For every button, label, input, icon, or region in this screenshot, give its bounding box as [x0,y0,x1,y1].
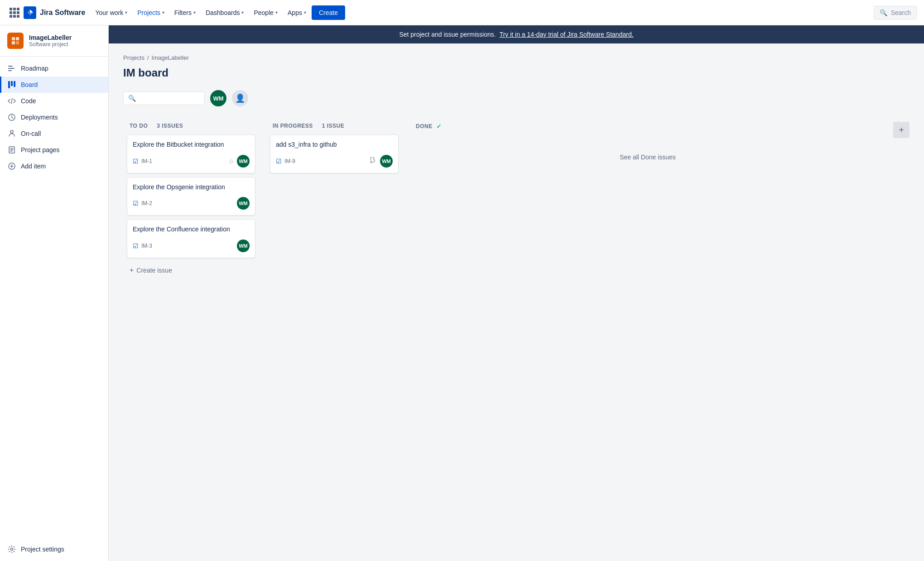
nav-people[interactable]: People ▾ [249,6,282,19]
banner-text: Set project and issue permissions. [399,31,496,38]
avatar-add-person[interactable]: 👤 [232,90,248,106]
card-im2-id: IM-2 [141,200,152,206]
svg-point-12 [11,548,13,551]
sidebar-project-header: ImageLabeller Software project [0,25,108,57]
sidebar-item-roadmap[interactable]: Roadmap [0,60,108,77]
logo-text: Jira Software [40,9,85,17]
todo-cards: Explore the Bitbucket integration ☑ IM-1… [123,134,259,262]
board-icon [7,80,16,89]
main-content: Set project and issue permissions. Try i… [109,25,924,561]
done-check-icon: ✓ [436,123,442,130]
page-title: IM board [123,67,910,79]
plus-icon: + [899,125,904,135]
sidebar-label-board: Board [21,81,38,88]
card-im9[interactable]: add s3_infra to github ☑ IM-9 [270,134,399,173]
card-im3-title: Explore the Confluence integration [133,225,250,234]
page-content: Projects / ImageLabeller IM board 🔍 WM 👤 [109,43,924,561]
inprogress-cards: add s3_infra to github ☑ IM-9 [266,134,402,177]
sidebar-label-settings: Project settings [21,546,64,553]
column-inprogress: IN PROGRESS 1 ISSUE add s3_infra to gith… [266,117,402,208]
svg-point-14 [373,157,375,158]
sidebar-label-code: Code [21,97,36,105]
svg-point-13 [371,157,372,158]
create-issue-plus-icon: + [130,266,134,274]
svg-point-9 [10,130,13,133]
create-issue-button[interactable]: + Create issue [123,262,259,279]
svg-rect-3 [12,41,15,44]
card-im9-id: IM-9 [284,158,295,164]
sidebar-label-oncall: On-call [21,130,41,137]
nav-projects[interactable]: Projects ▾ [133,6,169,19]
col-todo-title: TO DO [130,123,148,129]
nav-your-work[interactable]: Your work ▾ [91,6,132,19]
chevron-down-icon: ▾ [193,10,196,15]
card-im1-title: Explore the Bitbucket integration [133,140,250,149]
svg-rect-5 [8,81,10,88]
chevron-down-icon: ▾ [241,10,244,15]
column-done: DONE ✓ See all Done issues [409,117,886,208]
add-column-button[interactable]: + [893,122,910,138]
deployments-icon [7,113,16,122]
main-layout: ImageLabeller Software project Roadmap B… [0,25,924,561]
svg-point-15 [371,162,372,163]
settings-icon [7,545,16,554]
nav-apps[interactable]: Apps ▾ [283,6,311,19]
project-name: ImageLabeller [29,34,72,41]
column-todo: TO DO 3 ISSUES Explore the Bitbucket int… [123,117,259,279]
nav-filters[interactable]: Filters ▾ [170,6,200,19]
sidebar-item-code[interactable]: Code [0,93,108,109]
board-search[interactable]: 🔍 [123,91,205,105]
card-im1-meta: ☑ IM-1 ◇ WM [133,155,250,168]
card-im1-avatar: WM [237,155,250,168]
nav-dashboards[interactable]: Dashboards ▾ [201,6,249,19]
topnav: Jira Software Your work ▾ Projects ▾ Fil… [0,0,924,25]
col-inprogress-count: 1 ISSUE [322,123,345,129]
sidebar-label-deployments: Deployments [21,114,58,121]
sidebar: ImageLabeller Software project Roadmap B… [0,25,109,561]
col-inprogress-title: IN PROGRESS [273,123,313,129]
apps-grid-button[interactable] [7,5,22,20]
breadcrumb-projects[interactable]: Projects [123,54,144,61]
jira-logo-icon [24,6,36,19]
see-all-done-link[interactable]: See all Done issues [409,135,886,179]
pages-icon [7,145,16,154]
create-issue-label: Create issue [136,267,172,274]
sidebar-label-additem: Add item [21,163,46,170]
card-im3-id: IM-3 [141,243,152,249]
card-im9-title: add s3_infra to github [276,140,393,149]
card-im3-meta: ☑ IM-3 WM [133,240,250,252]
card-im3-avatar: WM [237,240,250,252]
project-icon [7,33,24,49]
card-im3[interactable]: Explore the Confluence integration ☑ IM-… [127,219,255,258]
sidebar-item-deployments[interactable]: Deployments [0,109,108,125]
oncall-icon [7,129,16,138]
card-im2-avatar: WM [237,197,250,210]
project-type: Software project [29,41,72,48]
chevron-down-icon: ▾ [162,10,164,15]
project-icon-svg [11,36,20,45]
banner-link[interactable]: Try it in a 14-day trial of Jira Softwar… [500,31,634,38]
create-button[interactable]: Create [312,5,345,20]
card-im2-title: Explore the Opsgenie integration [133,183,250,192]
breadcrumb-project[interactable]: ImageLabeller [152,54,189,61]
board-search-input[interactable] [139,95,200,102]
card-im2[interactable]: Explore the Opsgenie integration ☑ IM-2 … [127,177,255,216]
sidebar-item-oncall[interactable]: On-call [0,125,108,142]
card-im2-meta: ☑ IM-2 WM [133,197,250,210]
project-info: ImageLabeller Software project [29,34,72,48]
svg-rect-2 [16,37,19,40]
branch-icon [369,157,376,165]
breadcrumb-separator: / [147,54,149,61]
board-toolbar: 🔍 WM 👤 [123,90,910,106]
roadmap-icon [7,64,16,73]
avatar-wm[interactable]: WM [210,90,226,106]
card-im1[interactable]: Explore the Bitbucket integration ☑ IM-1… [127,134,255,173]
logo[interactable]: Jira Software [24,6,85,19]
search-box[interactable]: 🔍 Search [874,6,917,19]
sidebar-item-settings[interactable]: Project settings [0,541,108,557]
sidebar-item-pages[interactable]: Project pages [0,142,108,158]
sidebar-nav: Roadmap Board Code Deploym [0,57,108,561]
sidebar-item-additem[interactable]: Add item [0,158,108,174]
sidebar-item-board[interactable]: Board [0,77,108,93]
search-placeholder: Search [891,9,911,16]
